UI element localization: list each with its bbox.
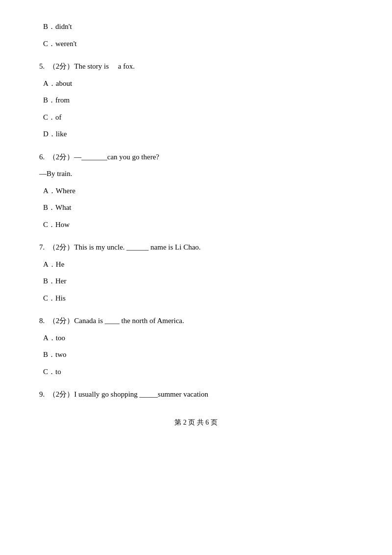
question-6-text: 6. （2分）—_______can you go there? (39, 150, 353, 164)
option-label: B． (43, 203, 55, 211)
question-body: The story is a fox. (74, 62, 135, 70)
question-7: 7. （2分）This is my uncle. ______ name is … (39, 240, 353, 305)
question-number: 9. (39, 390, 45, 398)
option-text: didn't (55, 23, 72, 30)
option-a-about: A．about (39, 76, 353, 91)
question-number: 8. (39, 317, 45, 325)
option-label: C． (43, 294, 55, 302)
question-6: 6. （2分）—_______can you go there? —By tra… (39, 150, 353, 232)
option-c-how: C．How (39, 218, 353, 232)
option-label: A． (43, 334, 56, 342)
option-text: from (55, 96, 70, 104)
option-c-of: C．of (39, 110, 353, 125)
question-8: 8. （2分）Canada is ____ the north of Ameri… (39, 314, 353, 378)
option-b-from: B．from (39, 93, 353, 107)
option-c-to: C．to (39, 365, 353, 379)
question-points: （2分） (49, 153, 74, 161)
question-9-text: 9. （2分）I usually go shopping _____summer… (39, 387, 353, 402)
question-8-text: 8. （2分）Canada is ____ the north of Ameri… (39, 314, 353, 328)
option-b-didnt: B．didn't (39, 20, 353, 34)
option-label: C． (43, 40, 55, 48)
option-b-her: B．Her (39, 274, 353, 288)
option-c-werent: C．weren't (39, 37, 353, 51)
option-label: D． (43, 130, 56, 138)
option-label: B． (43, 351, 55, 358)
option-text: Her (55, 277, 67, 285)
continuation-options: B．didn't C．weren't (39, 20, 353, 50)
question-body: I usually go shopping _____summer vacati… (74, 390, 208, 398)
option-text: like (56, 130, 67, 138)
option-text: Where (56, 187, 75, 195)
question-5: 5. （2分）The story is a fox. A．about B．fro… (39, 59, 353, 141)
question-7-text: 7. （2分）This is my uncle. ______ name is … (39, 240, 353, 254)
question-number: 6. (39, 153, 45, 161)
question-number: 5. (39, 62, 45, 70)
option-label: B． (43, 277, 55, 285)
option-label: C． (43, 113, 55, 121)
question-points: （2分） (49, 243, 74, 251)
option-c-his: C．His (39, 291, 353, 305)
option-label: A． (43, 187, 56, 195)
option-text: He (56, 260, 65, 268)
option-text: His (55, 294, 66, 302)
option-a-he: A．He (39, 257, 353, 272)
option-label: B． (43, 96, 55, 104)
question-6-sub: —By train. (39, 167, 353, 181)
option-text: weren't (55, 40, 77, 48)
option-text: too (56, 334, 65, 342)
option-b-what: B．What (39, 201, 353, 215)
question-points: （2分） (49, 62, 74, 70)
option-text: about (56, 79, 72, 87)
question-9: 9. （2分）I usually go shopping _____summer… (39, 387, 353, 402)
option-label: B． (43, 23, 55, 30)
question-body: This is my uncle. ______ name is Li Chao… (74, 243, 200, 251)
option-label: A． (43, 260, 56, 268)
option-text: What (55, 203, 71, 211)
option-label: C． (43, 221, 55, 228)
option-text: two (55, 351, 67, 358)
option-b-two: B．two (39, 348, 353, 362)
option-a-where: A．Where (39, 184, 353, 198)
option-d-like: D．like (39, 127, 353, 141)
option-a-too: A．too (39, 331, 353, 345)
sub-text: —By train. (39, 170, 73, 177)
option-text: of (55, 113, 62, 121)
footer-text: 第 2 页 共 6 页 (174, 419, 218, 426)
question-body: —_______can you go there? (74, 153, 159, 161)
question-body: Canada is ____ the north of America. (74, 317, 184, 325)
option-text: How (55, 221, 70, 228)
question-points: （2分） (49, 390, 74, 398)
page-footer: 第 2 页 共 6 页 (39, 416, 353, 429)
option-label: A． (43, 79, 56, 87)
question-5-text: 5. （2分）The story is a fox. (39, 59, 353, 74)
option-text: to (55, 368, 61, 376)
option-label: C． (43, 368, 55, 376)
question-points: （2分） (49, 317, 74, 325)
question-number: 7. (39, 243, 45, 251)
